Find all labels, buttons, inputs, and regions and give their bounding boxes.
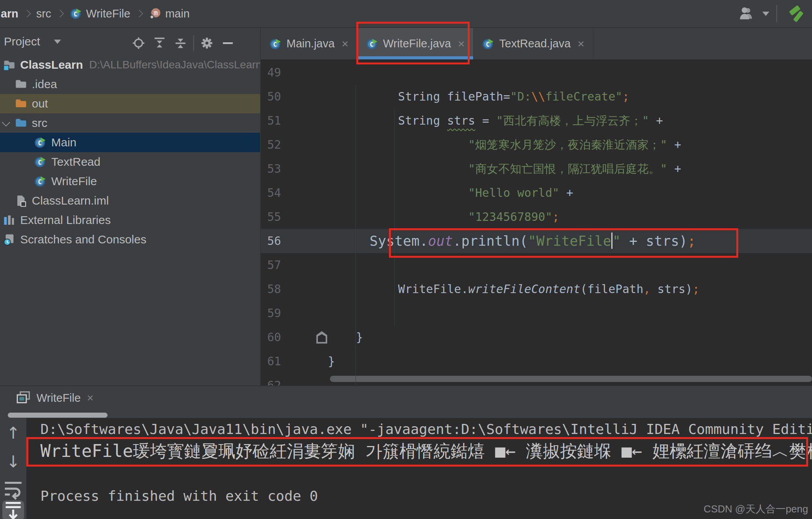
tree-item-writefile[interactable]: CWriteFile xyxy=(0,172,260,191)
svg-text:C: C xyxy=(38,178,42,186)
line-number: 52 xyxy=(261,133,281,157)
code-text: String strs = "西北有高楼，上与浮云齐；" + xyxy=(328,109,663,133)
code-line-53[interactable]: 53 "商女不知亡国恨，隔江犹唱后庭花。" + xyxy=(261,157,812,181)
run-tab-writefile[interactable]: WriteFile × xyxy=(16,390,94,406)
down-arrow-icon[interactable]: ↓ xyxy=(2,452,24,471)
build-hammer-icon[interactable] xyxy=(788,4,807,23)
tree-item-external-libraries[interactable]: External Libraries xyxy=(0,210,260,230)
code-line-54[interactable]: 54 "Hello world" + xyxy=(261,181,812,205)
code-line-59[interactable]: 59 xyxy=(261,301,812,325)
code-line-50[interactable]: 50 String filePath="D:\\fileCreate"; xyxy=(261,85,812,109)
run-tab-label: WriteFile xyxy=(36,392,81,404)
svg-text:C: C xyxy=(486,40,490,48)
folder-blue-icon xyxy=(15,117,27,129)
fold-marker-icon[interactable] xyxy=(316,331,327,344)
tree-item-textread[interactable]: CTextRead xyxy=(0,152,260,172)
code-line-49[interactable]: 49 xyxy=(261,61,812,85)
tree-item-classlearn-iml[interactable]: ClassLearn.iml xyxy=(0,191,260,210)
hide-icon[interactable] xyxy=(221,36,234,50)
libraries-icon xyxy=(3,214,16,226)
tab-textread-java[interactable]: CTextRead.java× xyxy=(474,28,593,59)
line-number: 61 xyxy=(261,349,281,373)
chevron-right-icon xyxy=(23,10,31,17)
close-icon[interactable]: × xyxy=(458,37,465,50)
tree-item-label: src xyxy=(32,116,47,130)
editor-area[interactable]: CMain.java×CWriteFile.java×CTextRead.jav… xyxy=(261,28,812,385)
line-number: 56 xyxy=(261,229,281,253)
code-line-56[interactable]: 56 System.out.println("WriteFile" + strs… xyxy=(261,229,812,253)
active-tab-indicator xyxy=(8,413,108,418)
chevron-down-icon[interactable] xyxy=(762,12,769,16)
tree-item-scratches-and-consoles[interactable]: Scratches and Consoles xyxy=(0,230,260,249)
line-number: 58 xyxy=(261,277,281,301)
tree-item--idea[interactable]: .idea xyxy=(0,75,260,94)
breadcrumb-item-main[interactable]: main xyxy=(165,7,190,20)
close-icon[interactable]: × xyxy=(87,392,94,404)
tree-item-src[interactable]: src xyxy=(0,113,260,133)
close-icon[interactable]: × xyxy=(578,37,585,50)
line-number: 51 xyxy=(261,109,281,133)
chevron-expanded-icon[interactable] xyxy=(2,118,10,127)
breadcrumb-item-src[interactable]: src xyxy=(36,7,51,20)
users-icon[interactable] xyxy=(738,6,755,21)
class-icon: C xyxy=(482,38,494,50)
svg-text:C: C xyxy=(370,40,374,48)
console-output[interactable]: D:\Softwares\Java\Java11\bin\java.exe "-… xyxy=(26,418,812,519)
tab-label: Main.java xyxy=(286,37,335,50)
tree-item-label: WriteFile xyxy=(51,175,97,188)
scroll-to-end-icon[interactable] xyxy=(2,500,24,519)
code-line-61[interactable]: 61} xyxy=(261,349,812,373)
console-command-line: D:\Softwares\Java\Java11\bin\java.exe "-… xyxy=(40,421,812,437)
code-line-58[interactable]: 58 WriteFile.writeFileContent(filePath, … xyxy=(261,277,812,301)
class-icon: C xyxy=(269,38,282,50)
tree-item-main[interactable]: CMain xyxy=(0,133,260,152)
up-arrow-icon[interactable]: ↑ xyxy=(2,424,24,442)
class-icon: C xyxy=(34,175,47,187)
folder-orange-icon xyxy=(15,97,27,110)
tree-item-label: Scratches and Consoles xyxy=(20,233,146,246)
chevron-down-icon[interactable] xyxy=(54,40,61,44)
project-view-selector[interactable]: Project xyxy=(4,35,40,48)
iml-file-icon xyxy=(15,194,27,207)
tree-item-label: ClassLearn xyxy=(20,58,83,71)
line-number: 62 xyxy=(261,373,281,385)
close-icon[interactable]: × xyxy=(342,37,349,50)
svg-text:C: C xyxy=(38,139,42,147)
breadcrumb-item-classlearn[interactable]: arn xyxy=(1,7,18,20)
line-number: 49 xyxy=(261,61,281,85)
code-text: } xyxy=(328,349,335,373)
code-line-51[interactable]: 51 String strs = "西北有高楼，上与浮云齐；" + xyxy=(261,109,812,133)
tree-item-out[interactable]: out xyxy=(0,94,260,113)
code-line-55[interactable]: 55 "1234567890"; xyxy=(261,205,812,229)
class-icon: C xyxy=(70,7,82,20)
collapse-all-icon[interactable] xyxy=(174,36,187,50)
tree-item-label: out xyxy=(32,97,48,110)
line-number: 53 xyxy=(261,157,281,181)
tree-item-classlearn[interactable]: ClassLearnD:\ALLBuffers\IdeaJava\ClassLe… xyxy=(0,55,260,75)
code-editor[interactable]: 4950 String filePath="D:\\fileCreate";51… xyxy=(261,59,812,385)
code-line-57[interactable]: 57 xyxy=(261,253,812,277)
code-line-60[interactable]: 60 } xyxy=(261,325,812,349)
tab-label: WriteFile.java xyxy=(383,37,451,50)
gear-icon[interactable] xyxy=(200,36,213,50)
breadcrumb-item-writefile[interactable]: WriteFile xyxy=(86,7,130,20)
chevron-right-icon xyxy=(56,10,64,17)
locate-icon[interactable] xyxy=(132,36,145,50)
tree-item-label: TextRead xyxy=(51,155,101,168)
soft-wrap-icon[interactable] xyxy=(2,480,24,499)
svg-text:C: C xyxy=(273,40,277,48)
tab-writefile-java[interactable]: CWriteFile.java× xyxy=(357,28,474,59)
indent-guide xyxy=(394,109,395,326)
tree-item-label: ClassLearn.iml xyxy=(32,194,109,207)
indent-guide xyxy=(356,85,356,385)
project-folder-icon xyxy=(3,59,16,71)
editor-tabs: CMain.java×CWriteFile.java×CTextRead.jav… xyxy=(261,28,812,59)
tab-main-java[interactable]: CMain.java× xyxy=(261,28,357,59)
code-text: "Hello world" + xyxy=(328,181,573,205)
tree-item-label: .idea xyxy=(32,78,57,91)
code-line-52[interactable]: 52 "烟笼寒水月笼沙，夜泊秦淮近酒家；" + xyxy=(261,133,812,157)
code-text: String filePath="D:\\fileCreate"; xyxy=(328,85,630,109)
tree-item-label: Main xyxy=(51,136,76,149)
expand-all-icon[interactable] xyxy=(153,36,166,50)
horizontal-scrollbar[interactable] xyxy=(330,376,812,382)
